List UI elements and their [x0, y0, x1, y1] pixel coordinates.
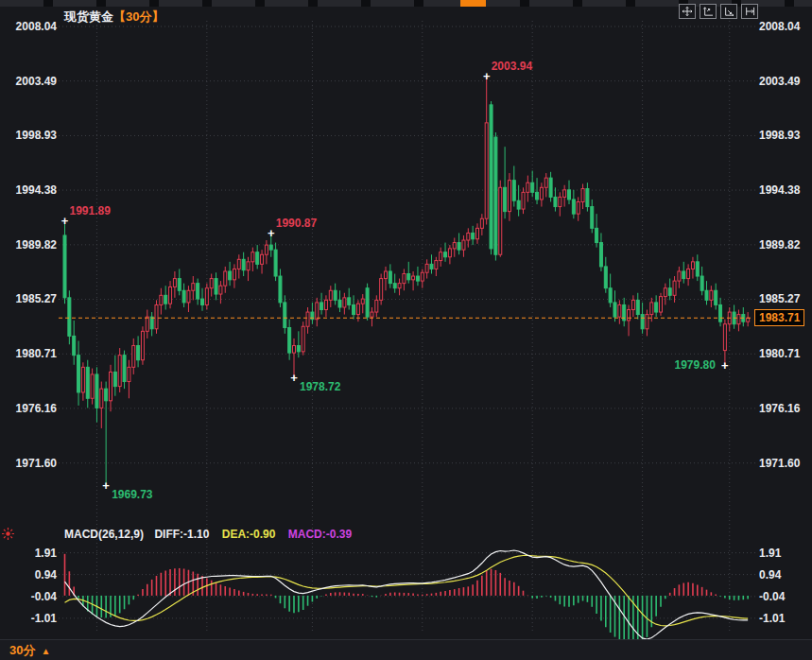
price-annotation: 1978.72 — [300, 380, 340, 393]
current-price-badge: 1983.71 — [754, 309, 804, 326]
price-annotation: 1991.89 — [70, 204, 111, 217]
price-axis-label-right: 1998.93 — [759, 129, 800, 142]
macd-dea-value: DEA:-0.90 — [222, 528, 276, 541]
price-cross-marker: + — [268, 226, 275, 238]
macd-header: MACD(26,12,9) DIFF:-1.10 DEA:-0.90 MACD:… — [64, 528, 352, 541]
price-axis-label-left: 2008.04 — [0, 20, 57, 33]
price-annotation: 1979.80 — [666, 358, 716, 372]
macd-axis-label-left: -1.01 — [0, 612, 57, 625]
price-axis-label-right: 1985.27 — [759, 292, 800, 305]
macd-axis-label-right: -1.01 — [759, 612, 785, 625]
price-axis-label-left: 1971.60 — [0, 457, 57, 470]
macd-axis-label-right: 0.94 — [759, 568, 781, 582]
price-axis-label-right: 2003.49 — [759, 75, 800, 88]
chevron-up-icon: ▲ — [41, 646, 50, 656]
price-axis-label-left: 1980.71 — [0, 347, 57, 360]
price-cross-marker: + — [290, 372, 298, 384]
price-axis-label-left: 2003.49 — [0, 75, 57, 88]
price-axis-label-right: 1994.38 — [759, 183, 800, 197]
price-cross-marker: + — [721, 358, 729, 371]
live-indicator-icon — [1, 527, 15, 545]
main-chart-canvas[interactable] — [0, 0, 812, 660]
price-axis-label-right: 1971.60 — [759, 457, 800, 470]
price-cross-marker: + — [61, 214, 69, 226]
price-axis-label-left: 1976.16 — [0, 402, 57, 415]
price-axis-label-left: 1998.93 — [0, 129, 57, 142]
price-axis-label-right: 2008.04 — [759, 20, 800, 33]
macd-params-label: MACD(26,12,9) — [64, 528, 144, 541]
price-cross-marker: + — [483, 69, 491, 81]
macd-axis-label-right: 1.91 — [759, 547, 781, 560]
price-axis-label-left: 1994.38 — [0, 183, 57, 197]
bottom-axis-bar — [0, 639, 812, 660]
trading-chart-window: 现货黄金【30分】 2008. — [0, 0, 812, 660]
price-axis-label-right: 1980.71 — [759, 347, 800, 360]
timeframe-selector-label: 30分 — [9, 643, 35, 657]
price-cross-marker: + — [102, 479, 110, 492]
price-annotation: 1969.73 — [112, 488, 152, 501]
price-annotation: 2003.94 — [492, 60, 532, 73]
macd-macd-value: MACD:-0.39 — [288, 528, 352, 541]
price-axis-label-right: 1989.82 — [759, 238, 800, 252]
macd-axis-label-right: -0.04 — [759, 590, 785, 603]
macd-diff-value: DIFF:-1.10 — [154, 528, 209, 541]
price-axis-label-right: 1976.16 — [759, 402, 800, 415]
macd-axis-label-left: -0.04 — [0, 590, 57, 603]
price-axis-label-left: 1985.27 — [0, 292, 57, 305]
macd-axis-label-left: 0.94 — [0, 568, 57, 582]
timeframe-selector[interactable]: 30分▲ — [9, 642, 50, 659]
price-axis-label-left: 1989.82 — [0, 238, 57, 252]
price-annotation: 1990.87 — [276, 217, 317, 230]
macd-axis-label-left: 1.91 — [0, 547, 57, 560]
